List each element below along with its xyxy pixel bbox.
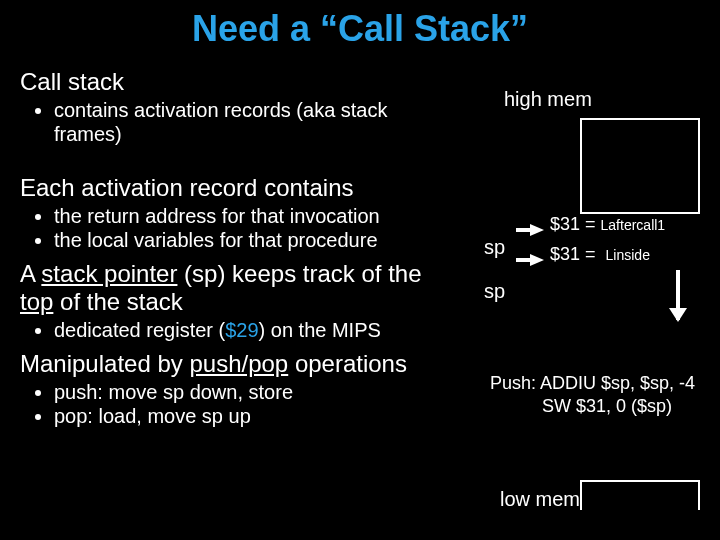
label-ra-2: $31 = Linside xyxy=(550,244,650,265)
arrow-icon xyxy=(530,254,544,266)
bullet: the return address for that invocation xyxy=(54,204,460,228)
label-low-mem: low mem xyxy=(500,488,580,511)
label-sp-2: sp xyxy=(484,280,505,303)
label-push-instr: Push: ADDIU $sp, $sp, -4 SW $31, 0 ($sp) xyxy=(490,372,695,417)
bullet: push: move sp down, store xyxy=(54,380,460,404)
arrow-down-icon xyxy=(676,270,680,320)
arrow-icon xyxy=(530,224,544,236)
stack-frame-top xyxy=(580,118,700,214)
bullet: dedicated register ($29) on the MIPS xyxy=(54,318,460,342)
label-ra-1: $31 = Laftercall1 xyxy=(550,214,665,235)
content-column: Call stack contains activation records (… xyxy=(20,62,460,428)
heading-stack-pointer: A stack pointer (sp) keeps track of the … xyxy=(20,260,460,316)
bullet: pop: load, move sp up xyxy=(54,404,460,428)
heading-call-stack: Call stack xyxy=(20,68,460,96)
label-high-mem: high mem xyxy=(504,88,592,111)
slide-title: Need a “Call Stack” xyxy=(0,0,720,50)
stack-diagram: high mem $31 = Laftercall1 sp $31 = Lins… xyxy=(470,88,710,518)
bullet: the local variables for that procedure xyxy=(54,228,460,252)
heading-push-pop: Manipulated by push/pop operations xyxy=(20,350,460,378)
bullet: contains activation records (aka stack f… xyxy=(54,98,460,146)
stack-frame-bottom xyxy=(580,480,700,510)
heading-activation-record: Each activation record contains xyxy=(20,174,460,202)
label-sp-1: sp xyxy=(484,236,505,259)
